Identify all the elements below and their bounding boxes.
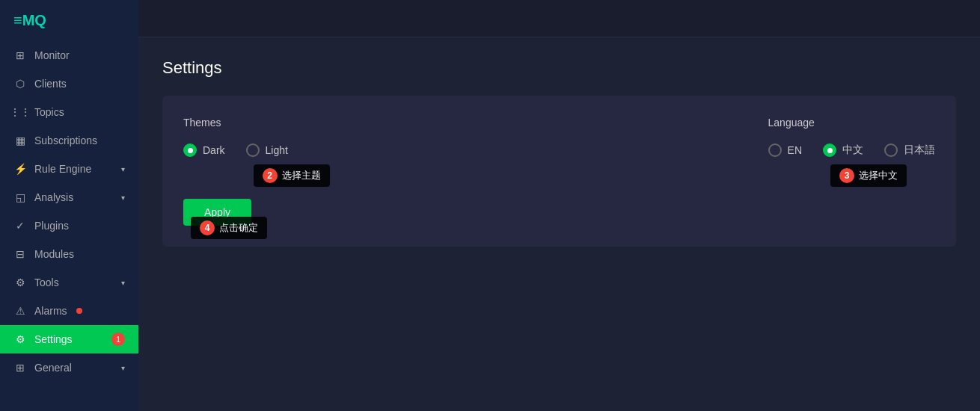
monitor-icon: ⊞: [13, 49, 27, 62]
rule-engine-icon: ⚡: [13, 162, 27, 176]
sidebar-item-settings[interactable]: ⚙ Settings 1 1 点击设置: [0, 325, 138, 353]
page-title: Settings: [162, 58, 956, 78]
tools-icon: ⚙: [13, 276, 27, 289]
topics-icon: ⋮⋮: [13, 105, 27, 119]
annotation-badge-3: 3: [839, 168, 854, 183]
sidebar-item-modules[interactable]: ⊟ Modules: [0, 240, 138, 268]
app-logo: ≡MQ: [0, 0, 138, 41]
sidebar-item-subscriptions[interactable]: ▦ Subscriptions: [0, 126, 138, 155]
annotation-badge-2: 2: [263, 168, 278, 183]
tools-arrow-icon: ▾: [121, 279, 125, 287]
theme-dark-label: Dark: [203, 144, 225, 156]
sidebar-item-general[interactable]: ⊞ General ▾: [0, 353, 138, 382]
language-section: Language EN 中文 3: [768, 117, 935, 157]
sidebar-item-plugins[interactable]: ✓ Plugins: [0, 211, 138, 240]
language-en-radio[interactable]: [768, 143, 782, 157]
language-radio-group: EN 中文 3 选择中文: [768, 143, 935, 157]
sidebar-item-general-label: General: [34, 362, 72, 374]
language-zh-radio[interactable]: [823, 143, 836, 157]
theme-dark-radio[interactable]: [183, 143, 197, 157]
sidebar-item-subscriptions-label: Subscriptions: [34, 135, 97, 146]
sidebar-item-topics[interactable]: ⋮⋮ Topics: [0, 98, 138, 126]
language-ja-option[interactable]: 日本語: [884, 143, 935, 157]
themes-section: Themes Dark Light 2: [183, 117, 288, 226]
sidebar-item-monitor-label: Monitor: [34, 49, 70, 61]
alarms-dot-indicator: [76, 308, 82, 314]
sidebar-item-analysis-label: Analysis: [34, 191, 73, 203]
topbar: [138, 0, 980, 37]
sidebar-item-settings-label: Settings: [34, 333, 73, 345]
sidebar-item-tools-label: Tools: [34, 276, 59, 288]
sidebar-item-monitor[interactable]: ⊞ Monitor: [0, 41, 138, 69]
main-content: Settings Themes Dark Ligh: [138, 0, 980, 411]
sidebar-item-topics-label: Topics: [34, 106, 64, 118]
theme-light-radio[interactable]: [246, 143, 260, 157]
settings-card: Themes Dark Light 2: [162, 96, 956, 247]
sidebar: ≡MQ ⊞ Monitor ⬡ Clients ⋮⋮ Topics ▦ Subs…: [0, 0, 138, 411]
sidebar-item-rule-engine-label: Rule Engine: [34, 163, 91, 175]
content-area: Settings Themes Dark Ligh: [138, 37, 980, 411]
rule-engine-arrow-icon: ▾: [121, 165, 125, 173]
apply-container: Apply 4 点击确定: [183, 181, 288, 226]
language-label: Language: [768, 117, 815, 129]
analysis-arrow-icon: ▾: [121, 194, 125, 202]
language-ja-radio[interactable]: [884, 143, 898, 157]
sidebar-item-plugins-label: Plugins: [34, 220, 69, 232]
general-arrow-icon: ▾: [121, 364, 125, 372]
sidebar-item-alarms-label: Alarms: [34, 305, 67, 317]
language-zh-label: 中文: [842, 143, 863, 157]
subscriptions-icon: ▦: [13, 134, 27, 147]
annotation-text-2: 选择主题: [282, 169, 321, 182]
annotation-4: 4 点击确定: [191, 217, 267, 239]
language-en-label: EN: [788, 144, 802, 156]
sidebar-item-modules-label: Modules: [34, 248, 74, 260]
annotation-3: 3 选择中文: [830, 164, 907, 187]
theme-light-label: Light: [266, 144, 288, 156]
sidebar-nav: ⊞ Monitor ⬡ Clients ⋮⋮ Topics ▦ Subscrip…: [0, 41, 138, 411]
themes-radio-group: Dark Light 2 选择主题: [183, 143, 288, 157]
settings-badge: 1: [111, 333, 125, 346]
sidebar-item-tools[interactable]: ⚙ Tools ▾: [0, 268, 138, 297]
language-ja-label: 日本語: [904, 143, 935, 157]
language-zh-option[interactable]: 中文 3 选择中文: [823, 143, 863, 157]
sidebar-item-analysis[interactable]: ◱ Analysis ▾: [0, 183, 138, 211]
annotation-2: 2 选择主题: [254, 164, 330, 187]
annotation-text-3: 选择中文: [859, 169, 898, 182]
alarms-icon: ⚠: [13, 304, 27, 318]
language-en-option[interactable]: EN: [768, 143, 802, 157]
annotation-text-4: 点击确定: [219, 221, 258, 235]
theme-light-option[interactable]: Light 2 选择主题: [246, 143, 288, 157]
themes-label: Themes: [183, 117, 288, 129]
clients-icon: ⬡: [13, 77, 27, 90]
general-icon: ⊞: [13, 361, 27, 374]
sidebar-item-alarms[interactable]: ⚠ Alarms: [0, 297, 138, 325]
sidebar-item-clients[interactable]: ⬡ Clients: [0, 69, 138, 98]
plugins-icon: ✓: [13, 219, 27, 232]
settings-icon: ⚙: [13, 333, 27, 346]
settings-row: Themes Dark Light 2: [183, 117, 935, 226]
modules-icon: ⊟: [13, 247, 27, 261]
sidebar-item-rule-engine[interactable]: ⚡ Rule Engine ▾: [0, 155, 138, 183]
analysis-icon: ◱: [13, 191, 27, 204]
theme-dark-option[interactable]: Dark: [183, 143, 225, 157]
logo-icon: ≡MQ: [13, 12, 46, 29]
annotation-badge-4: 4: [200, 220, 215, 235]
sidebar-item-clients-label: Clients: [34, 78, 67, 90]
